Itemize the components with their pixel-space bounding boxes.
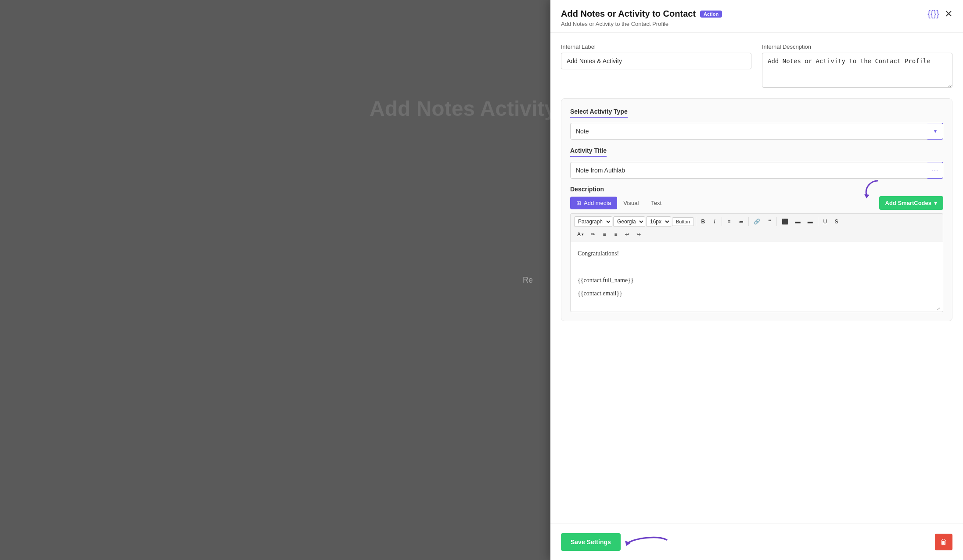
delete-button[interactable]: 🗑 — [935, 534, 952, 550]
editor-line-2 — [578, 262, 936, 272]
activity-title-group: Activity Title ··· — [570, 147, 943, 179]
editor-toolbar: Paragraph Georgia 16px Button B I — [570, 213, 943, 242]
internal-desc-textarea[interactable]: Add Notes or Activity to the Contact Pro… — [762, 53, 952, 88]
select-activity-wrapper: ▾ — [570, 123, 943, 140]
svg-marker-0 — [864, 194, 870, 198]
toolbar-separator-3 — [748, 217, 749, 226]
activity-section-card: Select Activity Type ▾ Activity Title ··… — [561, 98, 952, 321]
text-color-icon: A — [577, 231, 581, 237]
modal-body: Internal Label Internal Description Add … — [550, 33, 963, 524]
undo-btn[interactable]: ↩ — [622, 230, 632, 239]
modal-header-actions: {{}} ✕ — [927, 9, 952, 19]
tab-visual[interactable]: Visual — [617, 197, 645, 209]
internal-desc-label: Internal Description — [762, 43, 952, 50]
internal-label-input[interactable] — [561, 53, 751, 69]
save-arrow-svg — [623, 531, 676, 553]
form-group-internal-label: Internal Label — [561, 43, 751, 88]
modal-panel: Add Notes or Activity to Contact Action … — [550, 0, 963, 560]
paragraph-select[interactable]: Paragraph — [574, 216, 612, 227]
link-btn[interactable]: 🔗 — [751, 217, 763, 226]
modal-footer: Save Settings 🗑 — [550, 524, 963, 560]
tab-text-label: Text — [651, 200, 661, 206]
redo-btn[interactable]: ↪ — [633, 230, 644, 239]
select-activity-group: Select Activity Type ▾ — [570, 108, 943, 140]
font-select[interactable]: Georgia — [613, 216, 645, 227]
modal-title-row: Add Notes or Activity to Contact Action — [561, 9, 927, 19]
toolbar-separator-2 — [722, 217, 722, 226]
activity-title-label: Activity Title — [570, 147, 607, 157]
smartcodes-chevron-icon: ▾ — [934, 200, 937, 206]
description-group: Description ⊞ Add media Visual Text — [570, 186, 943, 312]
form-group-internal-desc: Internal Description Add Notes or Activi… — [762, 43, 952, 88]
tab-visual-label: Visual — [623, 200, 639, 206]
align-right-btn[interactable]: ▬ — [805, 217, 816, 226]
editor-content[interactable]: Congratulations! {{contact.full_name}} {… — [570, 242, 943, 312]
strikethrough-btn[interactable]: S — [831, 217, 842, 226]
modal-header: Add Notes or Activity to Contact Action … — [550, 0, 963, 33]
action-badge: Action — [700, 11, 722, 18]
activity-title-input[interactable] — [570, 162, 943, 179]
media-icon: ⊞ — [576, 200, 581, 206]
bold-btn[interactable]: B — [698, 217, 708, 226]
chevron-down-icon: ▾ — [934, 128, 937, 134]
add-smartcodes-button[interactable]: Add SmartCodes ▾ — [879, 196, 943, 210]
button-toolbar-btn[interactable]: Button — [672, 217, 694, 226]
code-icon[interactable]: {{}} — [927, 9, 939, 19]
editor-line-3: {{contact.full_name}} — [578, 276, 936, 285]
activity-title-dots-btn[interactable]: ··· — [927, 162, 943, 179]
description-label: Description — [570, 186, 943, 193]
save-settings-button[interactable]: Save Settings — [561, 533, 621, 551]
tab-add-media-label: Add media — [584, 200, 611, 206]
toolbar-row1: Paragraph Georgia 16px Button B I — [574, 216, 939, 227]
select-activity-input[interactable] — [570, 123, 943, 140]
toolbar-separator-4 — [776, 217, 777, 226]
italic-btn[interactable]: I — [709, 217, 720, 226]
size-select[interactable]: 16px — [646, 216, 671, 227]
tab-text[interactable]: Text — [645, 197, 668, 209]
footer-left: Save Settings — [561, 531, 676, 553]
align-btn-2[interactable]: ≡ — [611, 230, 621, 239]
desc-tab-group: ⊞ Add media Visual Text — [570, 197, 668, 209]
modal-subtitle: Add Notes or Activity to the Contact Pro… — [561, 21, 927, 27]
align-btn-1[interactable]: ≡ — [599, 230, 610, 239]
delete-icon: 🗑 — [940, 538, 947, 546]
modal-title-area: Add Notes or Activity to Contact Action … — [561, 9, 927, 27]
select-activity-label: Select Activity Type — [570, 108, 628, 118]
underline-btn[interactable]: U — [820, 217, 830, 226]
activity-title-wrapper: ··· — [570, 162, 943, 179]
add-smartcodes-label: Add SmartCodes — [885, 200, 931, 206]
smartcodes-container: Add SmartCodes ▾ — [879, 196, 943, 210]
select-activity-dropdown-btn[interactable]: ▾ — [927, 123, 943, 140]
left-area: Re — [0, 0, 550, 560]
left-content-label: Re — [523, 276, 533, 285]
eraser-btn[interactable]: ✏ — [588, 230, 598, 239]
align-left-btn[interactable]: ⬛ — [779, 217, 791, 226]
editor-line-1: Congratulations! — [578, 249, 936, 258]
dots-icon: ··· — [932, 167, 938, 174]
tab-add-media[interactable]: ⊞ Add media — [570, 197, 617, 209]
text-color-btn[interactable]: A ▾ — [574, 230, 587, 239]
smartcodes-arrow-svg — [860, 179, 882, 198]
resize-handle-icon[interactable]: ⤢ — [937, 305, 941, 310]
quote-btn[interactable]: ❝ — [764, 217, 775, 226]
close-button[interactable]: ✕ — [945, 9, 952, 19]
toolbar-separator-5 — [818, 217, 818, 226]
align-center-btn[interactable]: ▬ — [792, 217, 804, 226]
ordered-list-btn[interactable]: ≔ — [735, 217, 747, 226]
internal-label-label: Internal Label — [561, 43, 751, 50]
desc-header: ⊞ Add media Visual Text — [570, 196, 943, 210]
text-color-chevron: ▾ — [582, 232, 584, 237]
modal-title: Add Notes or Activity to Contact — [561, 9, 696, 19]
toolbar-row2: A ▾ ✏ ≡ ≡ ↩ ↪ — [574, 230, 939, 239]
form-row-labels: Internal Label Internal Description Add … — [561, 43, 952, 88]
editor-line-4: {{contact.email}} — [578, 289, 936, 298]
toolbar-separator-1 — [696, 217, 696, 226]
unordered-list-btn[interactable]: ≡ — [724, 217, 734, 226]
